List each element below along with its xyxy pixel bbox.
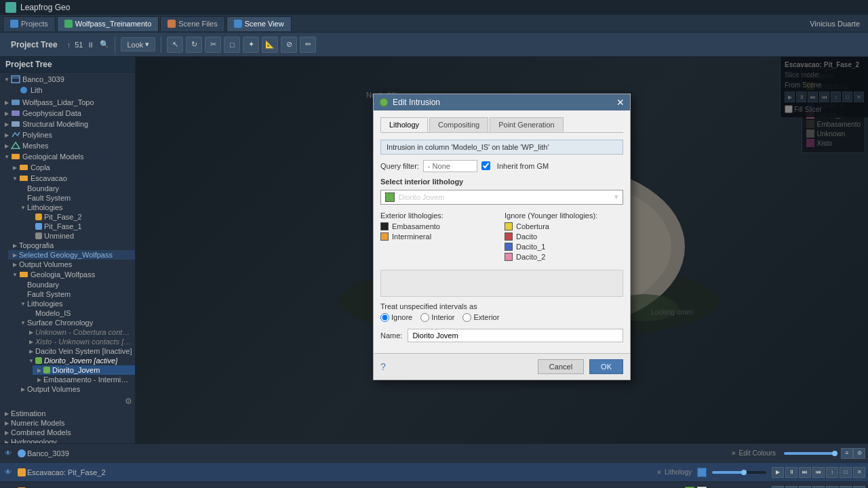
tree-row-polylines[interactable]: ▶ Polylines <box>0 129 135 140</box>
tab-scene-files[interactable]: Scene Files <box>160 16 224 31</box>
expand-estimation[interactable]: ▶ <box>3 409 11 418</box>
tree-row-geologia-wolfpass[interactable]: ▼ Geologia_Wolfpass <box>8 269 135 280</box>
expand-dacito-vein[interactable]: ▶ <box>27 347 35 355</box>
tab-wolfpass[interactable]: Wolfpass_Treinamento <box>57 16 159 31</box>
tree-row-gw-boundary[interactable]: Boundary <box>16 280 135 289</box>
nav-pause-icon[interactable]: ⏸ <box>87 41 94 49</box>
pause-btn-escavacao[interactable]: ⏸ <box>785 467 797 478</box>
tree-row-diorito-jovem-active[interactable]: ▼ Diorito_Jovem [active] <box>24 356 135 365</box>
tree-row-pit-fase2[interactable]: Pit_Fase_2 <box>24 212 135 222</box>
expand-gw-output[interactable]: ▶ <box>19 385 27 393</box>
help-icon[interactable]: ? <box>380 361 386 372</box>
tree-row-lithologies[interactable]: ▼ Lithologies <box>16 203 135 212</box>
treat-exterior-radio[interactable] <box>462 313 471 322</box>
tree-row-xisto-unk[interactable]: ▶ Xisto - Unknown contacts [inac... <box>24 337 135 346</box>
slider-thumb-banco3039[interactable] <box>832 451 837 456</box>
close-escavacao-pit[interactable]: ✕ <box>656 469 662 476</box>
tree-row-structural[interactable]: ▶ Structural Modelling <box>0 119 135 129</box>
expand-geological[interactable]: ▼ <box>3 152 11 161</box>
slice-tool[interactable]: ⊘ <box>281 37 297 53</box>
expand-bottom-escavacao[interactable]: ↕ <box>826 467 838 478</box>
tree-row-lidar[interactable]: ▶ Wolfpass_Lidar_Topo <box>0 97 135 108</box>
tree-row-modelo-is[interactable]: Modelo_IS <box>24 308 135 318</box>
next-btn-geologia[interactable]: ⏭ <box>799 486 811 489</box>
expand-bottom-geologia[interactable]: ↕ <box>826 486 838 489</box>
tree-row-boundary[interactable]: Boundary <box>16 184 135 193</box>
tree-row-gw-output-volumes[interactable]: ▶ Output Volumes <box>8 260 135 269</box>
inherit-checkbox[interactable] <box>481 161 490 170</box>
tree-row-gw-surface-chrono[interactable]: ▼ Surface Chronology <box>16 318 135 327</box>
expand-banco3039[interactable]: ▼ <box>3 75 11 83</box>
expand-geophysical[interactable]: ▶ <box>3 109 11 117</box>
tree-row-surface-chrono[interactable]: ▶ Selected Geology_Wolfpass <box>8 250 135 260</box>
tree-row-estimation[interactable]: ▶ Estimation <box>0 409 135 418</box>
expand-bottom-banco3039[interactable]: ≡ <box>841 448 853 459</box>
play-btn-escavacao[interactable]: ▶ <box>772 467 784 478</box>
prev-btn-geologia[interactable]: ⏮ <box>812 486 825 489</box>
search-icon[interactable]: 🔍 <box>100 40 109 49</box>
query-filter-input[interactable]: - None <box>423 160 477 172</box>
slider-thumb-escavacao[interactable] <box>741 470 747 475</box>
expand-copla[interactable]: ▶ <box>11 163 19 171</box>
rotate-tool[interactable]: ↻ <box>186 37 202 53</box>
tree-row-geological[interactable]: ▼ Geological Models <box>0 151 135 162</box>
close-btn-geologia[interactable]: ✕ <box>853 486 865 489</box>
look-button[interactable]: Look ▾ <box>121 37 155 52</box>
cut-tool[interactable]: ✂ <box>205 37 221 53</box>
settings-bottom-geologia[interactable]: □ <box>840 486 852 489</box>
tree-row-gw-lithologies[interactable]: ▼ Lithologies <box>16 299 135 308</box>
expand-meshes[interactable]: ▶ <box>3 142 11 150</box>
prev-btn-escavacao[interactable]: ⏮ <box>812 467 825 478</box>
expand-lidar[interactable]: ▶ <box>3 98 11 106</box>
box-tool[interactable]: □ <box>224 37 240 53</box>
tree-row-gw-fault[interactable]: Fault System <box>16 289 135 299</box>
tree-row-unknown-cob[interactable]: ▶ Unknown - Cobertura contacts [... <box>24 327 135 337</box>
slider-escavacao-pit[interactable] <box>712 471 766 474</box>
name-input[interactable] <box>408 329 623 342</box>
expand-polylines[interactable]: ▶ <box>3 131 11 139</box>
expand-diorito-jovem-node[interactable]: ▶ <box>35 366 43 374</box>
settings-bottom-escavacao[interactable]: □ <box>840 467 852 478</box>
3d-view[interactable]: North (Y) 250 0 Looking down <box>136 57 868 443</box>
expand-unknown-cob[interactable]: ▶ <box>27 328 35 336</box>
tree-row-meshes[interactable]: ▶ Meshes <box>0 140 135 151</box>
nav-up-icon[interactable]: ↑ <box>67 41 71 49</box>
tree-row-gw-output[interactable]: ▶ Output Volumes <box>16 384 135 394</box>
tab-scene-view[interactable]: Scene View <box>226 16 292 31</box>
expand-combined-models[interactable]: ▶ <box>3 428 11 436</box>
expand-numeric-models[interactable]: ▶ <box>3 419 11 427</box>
treat-exterior[interactable]: Exterior <box>462 313 499 322</box>
lithology-dropdown[interactable]: Diorito Jovem ▾ <box>380 190 623 205</box>
edit-colours-label[interactable]: Edit Colours <box>739 449 776 457</box>
expand-escavacao[interactable]: ▼ <box>11 174 19 182</box>
select-tool[interactable]: ↖ <box>167 37 183 53</box>
expand-diorito-jovem-active[interactable]: ▼ <box>27 357 35 365</box>
tree-row-topografia[interactable]: ▶ Topografia <box>8 241 135 250</box>
tree-row-hydrogeology[interactable]: ▶ Hydrogeology <box>0 437 135 443</box>
tree-row-geophysical[interactable]: ▶ Geophysical Data <box>0 108 135 119</box>
settings-bottom-banco3039[interactable]: ⚙ <box>853 448 865 459</box>
visibility-escavacao-pit[interactable]: 👁 <box>3 467 14 478</box>
pause-btn-geologia[interactable]: ⏸ <box>785 486 797 489</box>
tree-row-copla[interactable]: ▶ Copla <box>8 162 135 173</box>
tree-row-lith[interactable]: Lith <box>8 85 135 96</box>
measure-tool[interactable]: 📐 <box>262 37 278 53</box>
tree-row-banco3039[interactable]: ▼ Banco_3039 <box>0 74 135 85</box>
expand-lithologies[interactable]: ▼ <box>19 203 27 211</box>
expand-structural[interactable]: ▶ <box>3 120 11 128</box>
expand-embas-intermin[interactable]: ▶ <box>35 375 43 384</box>
tree-row-numeric-models[interactable]: ▶ Numeric Models <box>0 418 135 428</box>
expand-surface-chrono[interactable]: ▶ <box>11 251 19 259</box>
tab-projects[interactable]: Projects <box>3 16 56 31</box>
treat-ignore[interactable]: Ignore <box>380 313 412 322</box>
modal-close-button[interactable]: ✕ <box>616 97 625 108</box>
treat-interior[interactable]: Interior <box>420 313 454 322</box>
ok-button[interactable]: OK <box>589 359 623 374</box>
next-btn-escavacao[interactable]: ⏭ <box>799 467 811 478</box>
visibility-banco3039[interactable]: 👁 <box>3 448 14 459</box>
expand-gw-surface-chrono[interactable]: ▼ <box>19 319 27 327</box>
slider-banco3039[interactable] <box>784 452 838 455</box>
play-btn-geologia[interactable]: ▶ <box>772 486 784 489</box>
expand-topografia[interactable]: ▶ <box>11 241 19 249</box>
settings-icon[interactable]: ⚙ <box>125 396 132 406</box>
